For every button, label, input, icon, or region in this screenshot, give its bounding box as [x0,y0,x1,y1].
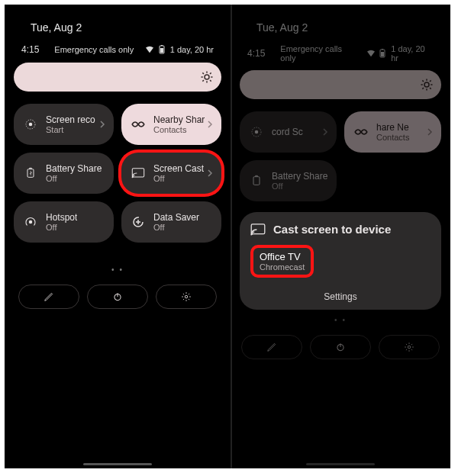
tile-sublabel: Off [153,223,199,232]
tile-label: Screen Cast [153,163,204,174]
record-icon [23,117,38,131]
chevron-right-icon [206,169,214,177]
brightness-slider[interactable] [240,70,441,99]
edit-button[interactable] [241,335,302,359]
emergency-label: Emergency calls only [280,44,357,63]
svg-point-21 [185,295,188,298]
tile-hotspot[interactable]: HotspotOff [14,201,114,243]
battery-text: 1 day, 20 hr [391,44,434,63]
brightness-icon [198,69,215,85]
clock: 4:15 [21,44,39,55]
tile-sublabel: Off [46,223,77,232]
tile-sublabel: Off [272,182,327,191]
nav-handle[interactable] [306,463,375,465]
tile-sublabel: Start [46,125,95,134]
tile-battery-share[interactable]: Battery ShareOff [240,160,337,201]
tile-label: hare Ne [376,122,409,133]
nearby-share-icon [131,120,146,129]
svg-line-32 [422,88,424,89]
svg-line-33 [430,80,431,82]
tile-data-saver[interactable]: Data SaverOff [121,201,221,243]
battery-share-icon [23,167,38,179]
tile-label: Data Saver [153,212,199,223]
svg-line-11 [210,72,211,74]
battery-share-icon [249,175,264,187]
tile-sublabel: Off [153,174,204,183]
svg-point-16 [132,176,134,178]
tile-screen-record[interactable]: Screen recoStart [14,104,114,145]
page-indicator: • • [240,316,441,324]
tile-sublabel: Contacts [376,133,409,142]
battery-icon [158,46,166,53]
svg-rect-24 [381,52,384,56]
tile-nearby-share[interactable]: Nearby SharContacts [121,104,221,145]
cast-icon [250,224,266,236]
svg-point-35 [255,130,259,134]
power-button[interactable] [310,335,371,359]
brightness-icon [418,76,435,93]
chevron-right-icon [98,121,106,128]
tile-label: cord Sc [272,127,303,137]
wifi-icon [367,50,375,57]
clock: 4:15 [247,48,265,59]
date-label: Tue, Aug 2 [31,21,221,34]
tile-screen-cast[interactable]: Screen CastOff [121,153,221,194]
tile-label: Battery Share [46,163,102,174]
svg-point-39 [408,346,411,349]
power-button[interactable] [87,285,148,309]
svg-point-13 [29,123,33,127]
svg-rect-2 [160,48,163,53]
tile-sublabel: Off [46,174,102,183]
right-screenshot: Tue, Aug 2 4:15 Emergency calls only 1 d… [231,5,450,468]
hotspot-icon [23,215,38,229]
svg-rect-36 [253,177,260,185]
chevron-right-icon [206,121,214,128]
emergency-label: Emergency calls only [54,45,134,54]
nearby-share-icon [353,127,369,137]
svg-line-30 [422,80,424,82]
cast-sheet: Cast screen to device Office TV Chromeca… [240,212,441,310]
svg-line-31 [430,88,431,89]
status-bar: 4:15 Emergency calls only 1 day, 20 hr [14,44,221,55]
settings-button[interactable] [379,335,440,359]
tile-sublabel: Contacts [153,125,205,134]
battery-icon [379,50,387,57]
svg-point-25 [424,82,429,87]
tile-label: Nearby Shar [153,114,205,125]
cast-device-type: Chromecast [260,262,305,272]
wifi-icon [146,46,153,53]
page-indicator: • • [14,265,221,274]
cast-icon [131,168,146,178]
chevron-right-icon [321,128,329,136]
cast-device-name: Office TV [260,251,305,262]
svg-point-41 [251,233,253,234]
settings-button[interactable] [156,285,217,309]
edit-button[interactable] [18,285,79,309]
svg-point-3 [205,75,209,79]
brightness-slider[interactable] [14,63,221,92]
svg-point-17 [29,220,33,224]
svg-line-10 [202,80,204,82]
svg-line-9 [210,80,211,82]
date-label: Tue, Aug 2 [256,21,441,34]
svg-rect-1 [161,45,163,46]
tile-label: Hotspot [46,212,77,223]
tile-nearby-share[interactable]: hare NeContacts [344,111,441,153]
cast-device-item[interactable]: Office TV Chromecast [250,245,431,278]
tile-label: Battery Share [272,171,327,182]
left-screenshot: Tue, Aug 2 4:15 Emergency calls only 1 d… [5,5,231,468]
chevron-right-icon [426,128,434,136]
svg-line-8 [202,72,204,74]
cast-settings-link[interactable]: Settings [250,291,431,302]
cast-sheet-title: Cast screen to device [273,223,391,236]
record-icon [249,125,264,139]
status-bar: 4:15 Emergency calls only 1 day, 20 hr [240,44,441,63]
svg-rect-23 [382,49,383,50]
data-saver-icon [131,215,146,229]
nav-handle[interactable] [83,463,152,465]
battery-text: 1 day, 20 hr [170,45,214,54]
tile-screen-record[interactable]: cord Sc [240,111,337,153]
tile-label: Screen reco [46,114,95,125]
tile-battery-share[interactable]: Battery ShareOff [14,153,114,194]
